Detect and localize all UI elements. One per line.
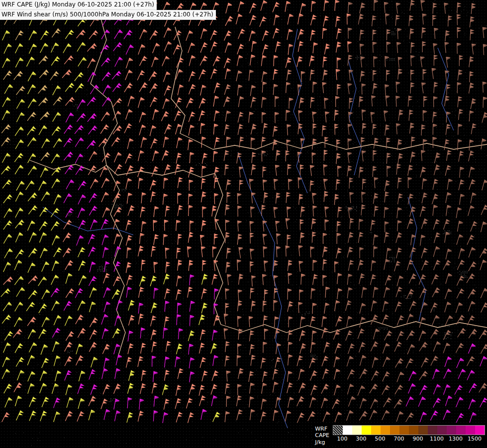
legend-tick-label: 300 xyxy=(352,436,371,442)
legend-swatch xyxy=(437,426,447,435)
legend-swatch xyxy=(466,426,475,435)
legend-tick-label: 1300 xyxy=(446,436,465,442)
legend-swatch xyxy=(362,426,371,435)
legend-swatch xyxy=(418,426,428,435)
map-title-cape: WRF CAPE (J/kg) Monday 06-10-2025 21:00 … xyxy=(0,0,157,10)
legend-swatch xyxy=(390,426,399,435)
legend-swatch xyxy=(343,426,352,435)
legend-tick-label: 900 xyxy=(408,436,427,442)
cape-legend: WRF CAPE J/kg 10030050070090011001300150… xyxy=(313,424,486,446)
legend-swatch xyxy=(475,426,485,435)
legend-scale: 100300500700900110013001500 xyxy=(333,425,485,442)
wind-barb-map-canvas xyxy=(0,0,487,448)
legend-colorbar xyxy=(333,425,485,435)
wrf-map-screen: WRF CAPE (J/kg) Monday 06-10-2025 21:00 … xyxy=(0,0,487,448)
legend-title-line: WRF xyxy=(315,426,329,432)
map-header: WRF CAPE (J/kg) Monday 06-10-2025 21:00 … xyxy=(0,0,216,20)
legend-tick-label: 700 xyxy=(390,436,408,442)
legend-title-line: J/kg xyxy=(315,439,329,446)
legend-swatch xyxy=(456,426,466,435)
legend-tick-row: 100300500700900110013001500 xyxy=(333,436,485,442)
legend-swatch xyxy=(409,426,418,435)
legend-swatch xyxy=(333,426,343,435)
map-title-wind-shear: WRF Wind shear (m/s) 500/1000hPa Monday … xyxy=(0,10,216,20)
legend-swatch xyxy=(428,426,437,435)
legend-tick-label: 500 xyxy=(371,436,390,442)
legend-tick-label: 1500 xyxy=(465,436,484,442)
legend-swatch xyxy=(399,426,409,435)
legend-tick-label: 1100 xyxy=(427,436,446,442)
legend-swatch xyxy=(352,426,362,435)
legend-title: WRF CAPE J/kg xyxy=(315,425,329,446)
legend-swatch xyxy=(371,426,381,435)
legend-swatch xyxy=(381,426,390,435)
legend-tick-label: 100 xyxy=(333,436,352,442)
legend-swatch xyxy=(447,426,456,435)
legend-title-line: CAPE xyxy=(315,432,329,439)
